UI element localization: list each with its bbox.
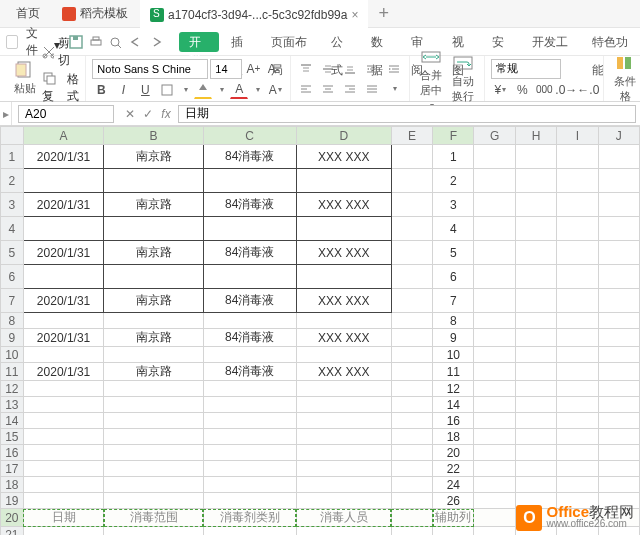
close-tab-icon[interactable]: × xyxy=(351,8,358,22)
cell[interactable]: 22 xyxy=(433,461,474,477)
cell[interactable] xyxy=(557,477,598,493)
font-size-select[interactable] xyxy=(210,59,242,79)
font-name-select[interactable] xyxy=(92,59,208,79)
cell[interactable]: 南京路 xyxy=(104,145,203,169)
cell[interactable] xyxy=(296,493,391,509)
merge-center-button[interactable]: 合并居中 xyxy=(416,46,446,112)
cell[interactable] xyxy=(515,347,556,363)
col-header[interactable]: J xyxy=(598,127,639,145)
border-button[interactable] xyxy=(158,81,176,99)
cell[interactable] xyxy=(23,397,104,413)
cell[interactable] xyxy=(104,413,203,429)
row-header[interactable]: 12 xyxy=(1,381,24,397)
cell[interactable]: 南京路 xyxy=(104,329,203,347)
cell[interactable] xyxy=(557,241,598,265)
cell[interactable]: 84消毒液 xyxy=(203,289,296,313)
cell[interactable] xyxy=(557,363,598,381)
cell[interactable]: 2020/1/31 xyxy=(23,145,104,169)
cell[interactable] xyxy=(391,493,432,509)
cell[interactable] xyxy=(515,289,556,313)
comma-icon[interactable]: 000 xyxy=(535,81,553,99)
cell[interactable] xyxy=(515,477,556,493)
cell[interactable] xyxy=(433,527,474,536)
cell[interactable] xyxy=(598,241,639,265)
cell[interactable] xyxy=(474,313,515,329)
cell[interactable] xyxy=(23,429,104,445)
row-header[interactable]: 19 xyxy=(1,493,24,509)
cell[interactable] xyxy=(203,413,296,429)
align-center-icon[interactable] xyxy=(319,80,337,98)
cell[interactable]: XXX XXX xyxy=(296,145,391,169)
cell[interactable]: 84消毒液 xyxy=(203,193,296,217)
preview-icon[interactable] xyxy=(108,34,124,50)
cell[interactable] xyxy=(515,445,556,461)
cell[interactable] xyxy=(474,445,515,461)
cell[interactable] xyxy=(557,381,598,397)
cell[interactable] xyxy=(515,265,556,289)
cell[interactable] xyxy=(391,445,432,461)
cell[interactable] xyxy=(474,329,515,347)
cell[interactable] xyxy=(104,169,203,193)
cell[interactable] xyxy=(515,329,556,347)
cell[interactable] xyxy=(23,381,104,397)
cell[interactable]: 辅助列 xyxy=(433,509,474,527)
cell[interactable]: 2020/1/31 xyxy=(23,241,104,265)
cell[interactable]: 2020/1/31 xyxy=(23,289,104,313)
col-header[interactable]: I xyxy=(557,127,598,145)
col-header[interactable]: G xyxy=(474,127,515,145)
row-header[interactable]: 10 xyxy=(1,347,24,363)
bold-button[interactable]: B xyxy=(92,81,110,99)
cell[interactable] xyxy=(474,509,515,527)
cell[interactable] xyxy=(296,347,391,363)
cell[interactable] xyxy=(557,289,598,313)
cell[interactable]: 10 xyxy=(433,347,474,363)
cell[interactable] xyxy=(474,397,515,413)
cell[interactable] xyxy=(391,347,432,363)
align-bottom-icon[interactable] xyxy=(341,60,359,78)
cell[interactable] xyxy=(391,363,432,381)
cell[interactable] xyxy=(474,145,515,169)
cell[interactable]: XXX XXX xyxy=(296,193,391,217)
ribbon-tab-layout[interactable]: 页面布局 xyxy=(263,28,319,56)
cell[interactable] xyxy=(104,347,203,363)
cell[interactable] xyxy=(203,265,296,289)
ribbon-tab-security[interactable]: 安全 xyxy=(484,28,520,56)
cell[interactable] xyxy=(203,493,296,509)
cell[interactable] xyxy=(104,397,203,413)
cell[interactable] xyxy=(515,429,556,445)
cell[interactable]: 12 xyxy=(433,381,474,397)
cell[interactable]: 2 xyxy=(433,169,474,193)
italic-button[interactable]: I xyxy=(114,81,132,99)
cell[interactable]: 14 xyxy=(433,397,474,413)
currency-icon[interactable]: ¥ xyxy=(491,81,509,99)
cell[interactable] xyxy=(474,527,515,536)
cell[interactable] xyxy=(391,381,432,397)
cell[interactable] xyxy=(23,461,104,477)
col-header[interactable]: D xyxy=(296,127,391,145)
cell[interactable] xyxy=(557,445,598,461)
cell[interactable] xyxy=(515,193,556,217)
cell[interactable]: 5 xyxy=(433,241,474,265)
cell[interactable] xyxy=(515,397,556,413)
cell[interactable] xyxy=(296,477,391,493)
row-header[interactable]: 17 xyxy=(1,461,24,477)
row-selector-icon[interactable]: ▸ xyxy=(0,102,12,125)
cell[interactable] xyxy=(203,217,296,241)
cell[interactable] xyxy=(557,145,598,169)
cell[interactable]: 84消毒液 xyxy=(203,363,296,381)
conditional-format-button[interactable]: 条件格 xyxy=(610,52,640,106)
fill-color-dropdown-icon[interactable] xyxy=(216,81,226,99)
cell[interactable]: 消毒范围 xyxy=(104,509,203,527)
cell[interactable] xyxy=(104,461,203,477)
cell[interactable] xyxy=(296,381,391,397)
cell[interactable] xyxy=(598,265,639,289)
cell[interactable] xyxy=(391,509,432,527)
ribbon-tab-dev[interactable]: 开发工具 xyxy=(524,28,580,56)
cell[interactable]: 消毒剂类别 xyxy=(203,509,296,527)
select-all-corner[interactable] xyxy=(1,127,24,145)
cell[interactable] xyxy=(391,527,432,536)
ribbon-tab-data[interactable]: 数据 xyxy=(363,28,399,56)
cell[interactable] xyxy=(515,217,556,241)
align-middle-icon[interactable] xyxy=(319,60,337,78)
cell[interactable] xyxy=(557,397,598,413)
